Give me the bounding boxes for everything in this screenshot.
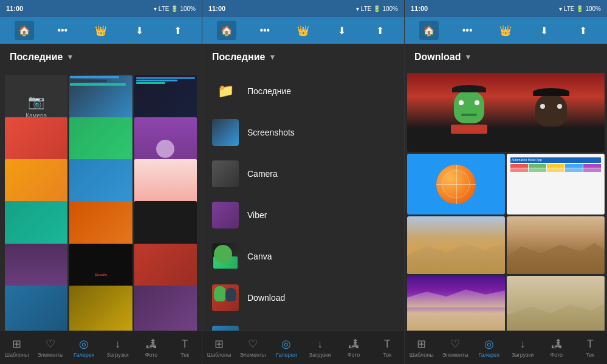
- crown-nav-icon[interactable]: 👑: [91, 21, 111, 40]
- elements-icon-2: ♡: [248, 337, 258, 351]
- nav-downloads-3[interactable]: ↓ Загрузки: [506, 338, 540, 358]
- nav-gallery-3[interactable]: ◎ Галерея: [472, 337, 506, 358]
- gallery-thumb-15[interactable]: [5, 286, 67, 331]
- folder-name-1: Последние: [10, 52, 63, 63]
- dl-table-cell[interactable]: Automation Music App: [507, 154, 605, 215]
- nav-downloads-1[interactable]: ↓ Загрузки: [101, 338, 134, 358]
- thumb-telegram: [212, 326, 239, 331]
- downloads-icon-1: ↓: [115, 338, 120, 351]
- crown-nav-icon-3[interactable]: 👑: [496, 21, 515, 40]
- nav-text-3[interactable]: T Тек: [574, 338, 608, 358]
- photos-label-3: Фото: [550, 352, 563, 358]
- nav-templates-2[interactable]: ⊞ Шаблоны: [202, 337, 236, 358]
- dl-orange-cell[interactable]: [407, 154, 505, 215]
- nav-downloads-2[interactable]: ↓ Загрузки: [303, 338, 337, 358]
- dropdown-arrow-1[interactable]: ▼: [66, 53, 74, 61]
- dropdown-item-canva[interactable]: Canva: [202, 236, 404, 277]
- upload-nav-icon-2[interactable]: ⬆: [370, 21, 389, 40]
- thumb-viber: [212, 202, 239, 228]
- elements-label-2: Элементы: [239, 352, 266, 358]
- dropdown-item-viber[interactable]: Viber: [202, 194, 404, 236]
- home-nav-icon[interactable]: 🏠: [15, 21, 34, 40]
- upload-nav-icon[interactable]: ⬆: [168, 21, 187, 40]
- gallery-thumb-17[interactable]: [134, 286, 197, 331]
- nav-photos-1[interactable]: 🏞 Фото: [134, 338, 168, 358]
- screens-container: 11:00 ▾ LTE 🔋 100% 🏠 ••• 👑 ⬇ ⬆ Последние…: [0, 0, 607, 364]
- dl-mask-image[interactable]: [407, 73, 605, 152]
- downloads-label-2: Загрузки: [309, 352, 331, 358]
- dropdown-label-screenshots: Screenshots: [247, 128, 295, 137]
- dropdown-item-download[interactable]: Download: [202, 277, 404, 318]
- gallery-thumb-16[interactable]: [69, 286, 132, 331]
- home-nav-icon-2[interactable]: 🏠: [217, 21, 236, 40]
- nav-photos-3[interactable]: 🏞 Фото: [540, 338, 574, 358]
- nav-elements-2[interactable]: ♡ Элементы: [236, 337, 269, 358]
- dl-desert-1[interactable]: [407, 216, 505, 274]
- dl-desert-2[interactable]: [507, 216, 605, 274]
- dropdown-item-camera[interactable]: Camera: [202, 153, 404, 194]
- home-nav-icon-3[interactable]: 🏠: [419, 21, 439, 40]
- dropdown-arrow-3[interactable]: ▼: [464, 53, 472, 61]
- folder-title-2[interactable]: Последние ▼: [212, 52, 276, 63]
- downloads-icon-3: ↓: [520, 338, 526, 351]
- gallery-icon-3: ◎: [484, 337, 494, 351]
- battery-percent-2: 100%: [382, 5, 398, 12]
- signal-icon: ▾ LTE: [154, 5, 169, 12]
- dl-purple-desert[interactable]: [407, 276, 505, 331]
- bottom-nav-2: ⊞ Шаблоны ♡ Элементы ◎ Галерея ↓ Загрузк…: [202, 331, 404, 364]
- status-time-2: 11:00: [208, 5, 225, 12]
- more-nav-icon-2[interactable]: •••: [255, 21, 275, 40]
- photos-label-1: Фото: [145, 352, 158, 358]
- status-time-1: 11:00: [6, 5, 23, 12]
- status-bar-1: 11:00 ▾ LTE 🔋 100%: [0, 0, 202, 17]
- battery-icon: 🔋: [171, 5, 178, 12]
- downloads-label-3: Загрузки: [512, 352, 533, 358]
- nav-text-1[interactable]: T Тек: [168, 338, 202, 358]
- battery-percent: 100%: [180, 5, 196, 12]
- nav-elements-1[interactable]: ♡ Элементы: [33, 337, 67, 358]
- nav-templates-1[interactable]: ⊞ Шаблоны: [0, 337, 33, 358]
- status-icons-3: ▾ LTE 🔋 100%: [559, 5, 601, 12]
- dropdown-list: 📁 Последние Screenshots Camera Viber: [202, 70, 404, 331]
- upload-nav-icon-3[interactable]: ⬆: [573, 21, 592, 40]
- dropdown-item-recent[interactable]: 📁 Последние: [202, 70, 404, 112]
- download-nav-icon-2[interactable]: ⬇: [332, 21, 351, 40]
- bottom-nav-1: ⊞ Шаблоны ♡ Элементы ◎ Галерея ↓ Загрузк…: [0, 331, 202, 364]
- folder-title-1[interactable]: Последние ▼: [10, 52, 74, 63]
- dl-beige-desert[interactable]: [507, 276, 605, 331]
- nav-gallery-1[interactable]: ◎ Галерея: [67, 337, 101, 358]
- nav-photos-2[interactable]: 🏞 Фото: [337, 338, 370, 358]
- elements-icon-1: ♡: [46, 337, 55, 351]
- templates-icon-3: ⊞: [417, 337, 426, 351]
- gallery-label-3: Галерея: [478, 352, 499, 358]
- dropdown-label-viber: Viber: [247, 210, 267, 220]
- crown-nav-icon-2[interactable]: 👑: [293, 21, 313, 40]
- phone-screen-1: 11:00 ▾ LTE 🔋 100% 🏠 ••• 👑 ⬇ ⬆ Последние…: [0, 0, 202, 364]
- nav-gallery-2[interactable]: ◎ Галерея: [270, 337, 303, 358]
- dropdown-item-telegram[interactable]: Telegram: [202, 318, 404, 331]
- download-nav-icon[interactable]: ⬇: [129, 21, 149, 40]
- dropdown-item-screenshots[interactable]: Screenshots: [202, 112, 404, 153]
- signal-icon-2: ▾ LTE: [356, 5, 371, 12]
- nav-elements-3[interactable]: ♡ Элементы: [439, 337, 473, 358]
- nav-text-2[interactable]: T Тек: [371, 338, 404, 358]
- thumb-screenshots: [212, 119, 239, 146]
- dropdown-arrow-2[interactable]: ▼: [269, 53, 276, 61]
- downloads-label-1: Загрузки: [107, 352, 129, 358]
- photos-icon-1: 🏞: [146, 338, 157, 351]
- photos-label-2: Фото: [348, 352, 360, 358]
- templates-icon-2: ⊞: [214, 337, 224, 351]
- content-area-3: Download ▼: [405, 44, 607, 331]
- battery-icon-2: 🔋: [373, 5, 380, 12]
- gallery-label-2: Галерея: [276, 352, 297, 358]
- signal-icon-3: ▾ LTE: [559, 5, 574, 12]
- nav-templates-3[interactable]: ⊞ Шаблоны: [405, 337, 439, 358]
- folder-title-3[interactable]: Download ▼: [414, 52, 472, 63]
- more-nav-icon[interactable]: •••: [53, 21, 72, 40]
- phone-screen-3: 11:00 ▾ LTE 🔋 100% 🏠 ••• 👑 ⬇ ⬆ Download …: [405, 0, 607, 364]
- more-nav-icon-3[interactable]: •••: [458, 21, 477, 40]
- templates-icon-1: ⊞: [12, 337, 21, 351]
- download-nav-icon-3[interactable]: ⬇: [535, 21, 554, 40]
- elements-icon-3: ♡: [450, 337, 460, 351]
- gallery-grid-1: 📷 Камера: [0, 70, 202, 331]
